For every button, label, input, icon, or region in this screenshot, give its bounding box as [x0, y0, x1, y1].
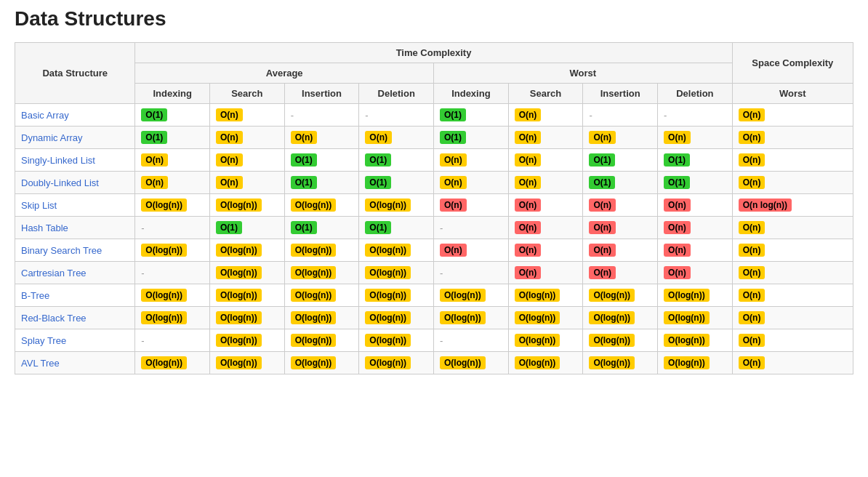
ds-name[interactable]: Cartresian Tree — [15, 262, 135, 284]
avg-indexing: O(log(n)) — [135, 284, 210, 307]
ds-name[interactable]: Hash Table — [15, 217, 135, 239]
ds-name[interactable]: Skip List — [15, 194, 135, 217]
avg-search: O(log(n)) — [210, 194, 285, 217]
worst-search: O(log(n)) — [508, 329, 583, 352]
avg-search: O(log(n)) — [210, 239, 285, 262]
avg-deletion: O(log(n)) — [359, 284, 434, 307]
avg-search: O(1) — [210, 217, 285, 239]
avg-indexing: - — [135, 262, 210, 284]
worst-insertion: O(n) — [583, 127, 658, 149]
table-row: Cartresian Tree - O(log(n)) O(log(n)) O(… — [15, 262, 853, 284]
worst-search: O(n) — [508, 149, 583, 172]
table-row: Singly-Linked List O(n) O(n) O(1) O(1) O… — [15, 149, 853, 172]
col-subheader-worst-time: Worst — [434, 63, 733, 84]
avg-search: O(n) — [210, 172, 285, 194]
avg-deletion: O(log(n)) — [359, 239, 434, 262]
worst-search: O(n) — [508, 194, 583, 217]
worst-search: O(log(n)) — [508, 352, 583, 374]
worst-search: O(n) — [508, 127, 583, 149]
worst-search: O(log(n)) — [508, 307, 583, 329]
space-worst: O(n log(n)) — [732, 194, 853, 217]
worst-insertion: O(log(n)) — [583, 329, 658, 352]
col-avg-insertion: Insertion — [284, 84, 359, 104]
avg-indexing: O(log(n)) — [135, 239, 210, 262]
worst-search: O(n) — [508, 104, 583, 127]
ds-name[interactable]: Red-Black Tree — [15, 307, 135, 329]
space-worst: O(n) — [732, 239, 853, 262]
worst-indexing: O(1) — [434, 127, 509, 149]
worst-indexing: O(n) — [434, 239, 509, 262]
worst-deletion: O(n) — [658, 127, 733, 149]
space-worst: O(n) — [732, 262, 853, 284]
ds-name[interactable]: Dynamic Array — [15, 127, 135, 149]
avg-search: O(log(n)) — [210, 262, 285, 284]
col-header-time: Time Complexity — [135, 43, 732, 63]
ds-name[interactable]: Basic Array — [15, 104, 135, 127]
worst-indexing: - — [434, 329, 509, 352]
worst-indexing: O(n) — [434, 194, 509, 217]
ds-name[interactable]: Doubly-Linked List — [15, 172, 135, 194]
worst-indexing: O(log(n)) — [434, 284, 509, 307]
worst-deletion: O(n) — [658, 217, 733, 239]
space-worst: O(n) — [732, 329, 853, 352]
worst-deletion: O(log(n)) — [658, 284, 733, 307]
avg-deletion: O(1) — [359, 149, 434, 172]
avg-search: O(log(n)) — [210, 352, 285, 374]
table-row: B-Tree O(log(n)) O(log(n)) O(log(n)) O(l… — [15, 284, 853, 307]
ds-name[interactable]: B-Tree — [15, 284, 135, 307]
worst-insertion: O(n) — [583, 262, 658, 284]
worst-indexing: O(1) — [434, 104, 509, 127]
space-worst: O(n) — [732, 284, 853, 307]
avg-indexing: O(n) — [135, 149, 210, 172]
ds-name[interactable]: Splay Tree — [15, 329, 135, 352]
avg-indexing: O(log(n)) — [135, 307, 210, 329]
space-worst: O(n) — [732, 104, 853, 127]
table-row: Dynamic Array O(1) O(n) O(n) O(n) O(1) O… — [15, 127, 853, 149]
avg-insertion: O(log(n)) — [284, 262, 359, 284]
avg-indexing: O(1) — [135, 127, 210, 149]
avg-deletion: O(log(n)) — [359, 262, 434, 284]
avg-insertion: O(log(n)) — [284, 284, 359, 307]
worst-search: O(n) — [508, 172, 583, 194]
worst-insertion: O(1) — [583, 149, 658, 172]
worst-deletion: O(log(n)) — [658, 352, 733, 374]
col-worst-indexing: Indexing — [434, 84, 509, 104]
space-worst: O(n) — [732, 172, 853, 194]
worst-indexing: - — [434, 217, 509, 239]
worst-indexing: O(n) — [434, 172, 509, 194]
table-row: Red-Black Tree O(log(n)) O(log(n)) O(log… — [15, 307, 853, 329]
worst-search: O(log(n)) — [508, 284, 583, 307]
avg-insertion: O(log(n)) — [284, 352, 359, 374]
avg-search: O(n) — [210, 127, 285, 149]
ds-name[interactable]: AVL Tree — [15, 352, 135, 374]
space-worst: O(n) — [732, 352, 853, 374]
col-space-worst: Worst — [732, 84, 853, 104]
avg-insertion: O(log(n)) — [284, 329, 359, 352]
worst-search: O(n) — [508, 217, 583, 239]
worst-insertion: O(n) — [583, 217, 658, 239]
ds-name[interactable]: Binary Search Tree — [15, 239, 135, 262]
worst-insertion: O(log(n)) — [583, 284, 658, 307]
avg-deletion: O(log(n)) — [359, 307, 434, 329]
avg-search: O(log(n)) — [210, 307, 285, 329]
ds-name[interactable]: Singly-Linked List — [15, 149, 135, 172]
worst-deletion: O(1) — [658, 149, 733, 172]
avg-indexing: O(log(n)) — [135, 352, 210, 374]
table-row: AVL Tree O(log(n)) O(log(n)) O(log(n)) O… — [15, 352, 853, 374]
worst-indexing: - — [434, 262, 509, 284]
page-title: Data Structures — [15, 7, 853, 31]
col-header-space: Space Complexity — [732, 43, 853, 84]
table-row: Binary Search Tree O(log(n)) O(log(n)) O… — [15, 239, 853, 262]
table-row: Doubly-Linked List O(n) O(n) O(1) O(1) O… — [15, 172, 853, 194]
avg-indexing: - — [135, 217, 210, 239]
worst-deletion: O(log(n)) — [658, 329, 733, 352]
worst-deletion: - — [658, 104, 733, 127]
avg-deletion: O(1) — [359, 172, 434, 194]
worst-deletion: O(n) — [658, 262, 733, 284]
avg-insertion: O(log(n)) — [284, 194, 359, 217]
avg-insertion: O(log(n)) — [284, 307, 359, 329]
avg-deletion: O(log(n)) — [359, 329, 434, 352]
avg-search: O(n) — [210, 149, 285, 172]
table-row: Splay Tree - O(log(n)) O(log(n)) O(log(n… — [15, 329, 853, 352]
data-structures-table: Data Structure Time Complexity Space Com… — [15, 42, 853, 374]
